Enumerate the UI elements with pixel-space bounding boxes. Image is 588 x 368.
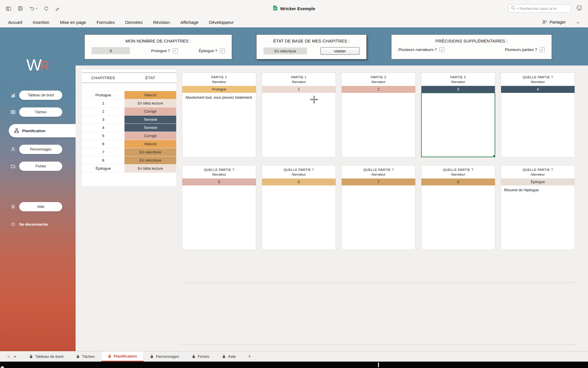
card-summary-text[interactable]: Résumé de l'épilogue (501, 185, 575, 250)
card-chapter-band[interactable]: 7 (342, 178, 415, 185)
save-icon[interactable] (18, 6, 23, 11)
card-chapter-band[interactable]: 8 (421, 178, 495, 185)
sheet-tab-taches[interactable]: Tâches (70, 351, 101, 362)
add-sheet-button[interactable]: + (242, 351, 257, 362)
search-scope-chevron-icon[interactable]: ▾ (517, 7, 518, 10)
prologue-checkbox[interactable] (173, 48, 178, 53)
sheet-prev-arrow[interactable]: ◀ (7, 355, 9, 358)
chapter-card-6[interactable]: QUELLE PARTIE ? Narrateur 6 (262, 165, 336, 250)
sidebar-item-label[interactable]: Aide (19, 202, 62, 211)
card-chapter-band[interactable]: 2 (342, 86, 415, 93)
state-cell[interactable]: Terminé (124, 124, 176, 132)
sidebar-item-personnages[interactable]: Personnages (0, 144, 76, 154)
sidebar-item-tableau-de-bord[interactable]: Tableau de bord (0, 90, 76, 100)
search-input[interactable] (520, 6, 569, 11)
sidebar-item-label[interactable]: Personnages (19, 145, 62, 154)
sheet-tab-label[interactable]: Personnages (156, 354, 179, 359)
card-chapter-band[interactable]: 3 (421, 86, 495, 93)
sidebar-item-fiches[interactable]: Fiches (0, 161, 76, 171)
menu-developpeur[interactable]: Développeur (209, 20, 234, 25)
search-box[interactable]: ▾ (508, 4, 571, 13)
menu-insertion[interactable]: Insertion (33, 20, 49, 25)
sheet-tab-label[interactable]: Aide (228, 354, 236, 359)
menu-affichage[interactable]: Affichage (180, 20, 198, 25)
sidebar-item-label[interactable]: Tableau de bord (19, 91, 62, 100)
chapter-cell[interactable]: 6 (82, 140, 124, 148)
sheet-tab-label[interactable]: Planification (114, 354, 137, 358)
chapter-card-prologue[interactable]: PARTIE 1 Narrateur Prologue Absolument t… (182, 72, 256, 157)
share-button[interactable]: Partager (542, 20, 566, 24)
card-summary-text[interactable] (501, 93, 575, 157)
epilogue-checkbox[interactable] (220, 48, 225, 53)
sheet-tab-aide[interactable]: Aide (216, 351, 242, 362)
sheet-tab-tableau-de-bord[interactable]: Tableau de bord (23, 351, 70, 362)
parts-checkbox[interactable] (540, 47, 545, 52)
undo-menu-chevron-icon[interactable]: ▾ (36, 7, 37, 10)
menu-mise-en-page[interactable]: Mise en page (60, 20, 86, 25)
chapter-card-epilogue[interactable]: QUELLE PARTIE ? Narrateur Épilogue Résum… (501, 165, 575, 250)
chapter-card-2[interactable]: PARTIE 2 Narrateur 2 (341, 72, 416, 157)
sidebar-item-label[interactable]: Planification (22, 129, 45, 133)
chapter-card-4[interactable]: QUELLE PARTIE ? Narrateur 4 (501, 72, 575, 157)
sheet-tab-personnages[interactable]: Personnages (144, 351, 186, 362)
sidebar-item-aide[interactable]: Aide (0, 202, 76, 212)
chapter-cell[interactable]: 7 (82, 148, 124, 156)
sidebar-item-taches[interactable]: Tâches (0, 107, 76, 117)
chapter-cell[interactable]: 8 (82, 156, 124, 164)
logout-label[interactable]: Se déconnecter (19, 222, 49, 227)
chapter-card-1[interactable]: PARTIE 1 Narrateur 1 (262, 72, 336, 157)
chapter-cell[interactable]: 2 (82, 107, 124, 115)
card-chapter-band[interactable]: 1 (262, 86, 336, 93)
card-summary-text[interactable]: Absolument tout, vous pouvez totalement (182, 93, 256, 157)
ribbon-collapse-chevron-icon[interactable] (576, 20, 580, 25)
state-cell[interactable]: Corrigé (124, 107, 176, 115)
menu-accueil[interactable]: Accueil (8, 20, 22, 25)
card-summary-text[interactable] (262, 185, 336, 250)
undo-icon[interactable]: ▾ (29, 6, 37, 11)
feedback-smiley-icon[interactable] (576, 5, 582, 12)
chapter-card-8[interactable]: QUELLE PARTIE ? Narrateur 8 (421, 165, 495, 250)
sidebar-item-label[interactable]: Fiches (19, 162, 62, 171)
chapter-card-5[interactable]: QUELLE PARTIE ? Narrateur 5 (182, 165, 256, 250)
card-summary-text[interactable] (342, 185, 415, 250)
state-cell[interactable]: En bêta lecture (124, 164, 176, 172)
chapter-cell[interactable]: Prologue (82, 91, 124, 99)
state-cell[interactable]: Réécrit (124, 140, 176, 148)
card-chapter-band[interactable]: 4 (501, 86, 575, 93)
card-summary-text[interactable] (262, 93, 336, 157)
redo-icon[interactable] (44, 6, 49, 11)
state-cell[interactable]: En réécriture (124, 148, 176, 156)
card-summary-text[interactable] (421, 185, 495, 250)
card-chapter-band[interactable]: Épilogue (501, 178, 575, 185)
sheet-next-arrow[interactable]: ▶ (14, 355, 16, 358)
chapter-cell[interactable]: 1 (82, 99, 124, 107)
state-cell[interactable]: En réécriture (124, 156, 176, 164)
menu-donnees[interactable]: Données (125, 20, 142, 25)
card-chapter-band[interactable]: Prologue (182, 86, 256, 93)
chapter-cell[interactable]: 5 (82, 132, 124, 140)
chapter-card-7[interactable]: QUELLE PARTIE ? Narrateur 7 (341, 165, 416, 250)
sheet-tab-label[interactable]: Tâches (82, 354, 95, 359)
sheet-tab-planification-active[interactable]: Planification (101, 351, 144, 362)
card-chapter-band[interactable]: 5 (182, 178, 256, 185)
chapter-cell[interactable]: Épilogue (82, 164, 124, 172)
chapter-card-3-selected[interactable]: PARTIE 2 Narrateur 3 (421, 72, 495, 157)
chapter-cell[interactable]: 4 (82, 124, 124, 132)
valider-button[interactable]: Valider (320, 47, 359, 55)
menu-formules[interactable]: Formules (97, 20, 115, 25)
quick-actions-icon[interactable] (55, 6, 60, 11)
narrators-checkbox[interactable] (439, 47, 444, 52)
sheet-tab-label[interactable]: Fiches (198, 354, 209, 359)
state-cell[interactable]: En bêta lecture (124, 99, 176, 107)
state-cell[interactable]: Réécrit (124, 91, 176, 99)
sidebar-toggle-icon[interactable] (6, 6, 11, 11)
state-cell[interactable]: Corrigé (124, 132, 176, 140)
sidebar-item-label[interactable]: Tâches (19, 107, 62, 117)
card-chapter-band[interactable]: 6 (262, 178, 336, 185)
menu-revision[interactable]: Révision (153, 20, 170, 25)
card-summary-text[interactable] (182, 185, 256, 250)
chapter-count-field[interactable]: 8 (92, 47, 130, 54)
sheet-tab-fiches[interactable]: Fiches (186, 351, 216, 362)
chapter-cell[interactable]: 3 (82, 116, 124, 123)
sheet-tab-label[interactable]: Tableau de bord (35, 354, 63, 359)
